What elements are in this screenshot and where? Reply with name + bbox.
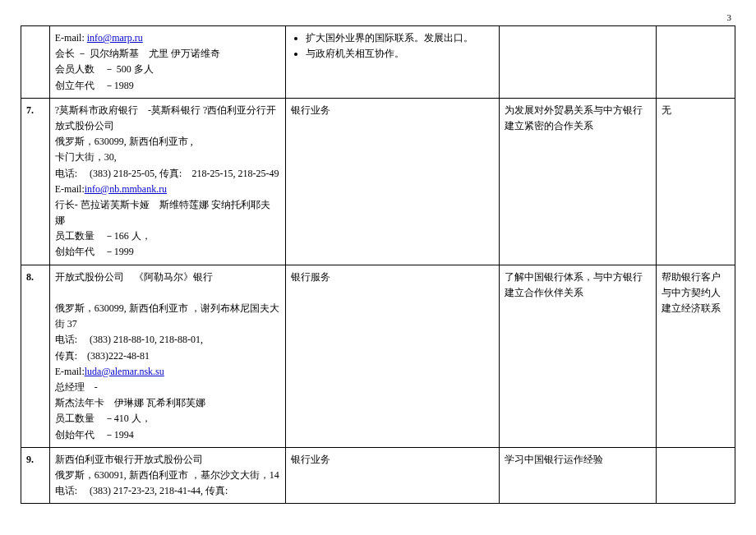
text: 电话: (383) 217-23-23, 218-41-44, 传真: [55, 485, 228, 496]
company-info: ?莫斯科市政府银行 -莫斯科银行 ?西伯利亚分行开放式股份公司 俄罗斯，6300… [49, 98, 285, 265]
text: 电话: (383) 218-25-05, 传真: 218-25-15, 218-… [55, 168, 279, 179]
row-number: 9. [21, 447, 50, 504]
text: 传真: (383)222-48-81 [55, 350, 150, 362]
company-info: 新西伯利亚市银行开放式股份公司 俄罗斯，630091, 新西伯利亚市 ，基尔沙文… [49, 447, 285, 504]
text: 电话: (383) 218-88-10, 218-88-01, [55, 334, 203, 345]
company-info: E-mail: info@marp.ru 会长 － 贝尔纳斯基 尤里 伊万诺维奇… [49, 26, 285, 99]
purpose: 为发展对外贸易关系与中方银行建立紧密的合作关系 [500, 98, 657, 265]
text: 会长 － 贝尔纳斯基 尤里 伊万诺维奇 [55, 48, 220, 59]
text: 卡门大街，30, [55, 151, 117, 163]
purpose: 了解中国银行体系，与中方银行建立合作伙伴关系 [500, 265, 657, 447]
purpose [500, 26, 657, 99]
row-number: 7. [21, 98, 50, 265]
notes [657, 447, 735, 504]
text: 会员人数 － 500 多人 [55, 63, 154, 75]
table-row: 7. ?莫斯科市政府银行 -莫斯科银行 ?西伯利亚分行开放式股份公司 俄罗斯，6… [21, 98, 735, 265]
row-number: 8. [21, 265, 50, 447]
notes [657, 26, 735, 99]
text: 员工数量 －166 人， [55, 230, 151, 242]
email-link[interactable]: info@nb.mmbank.ru [85, 183, 167, 195]
business-scope: 银行服务 [285, 265, 500, 447]
company-info: 开放式股份公司 《阿勒马尔》银行 俄罗斯，630099, 新西伯利亚市 ，谢列布… [49, 265, 285, 447]
text: E-mail: [55, 366, 85, 377]
bullet: 与政府机关相互协作。 [306, 46, 495, 62]
email-link[interactable]: luda@alemar.nsk.su [85, 366, 164, 377]
text: 行长- 芭拉诺芙斯卡娅 斯维特莲娜 安纳托利耶夫娜 [55, 199, 270, 226]
main-table: E-mail: info@marp.ru 会长 － 贝尔纳斯基 尤里 伊万诺维奇… [21, 25, 735, 504]
text: 俄罗斯，630099, 新西伯利亚市 ，谢列布林尼国夫大街 37 [55, 302, 279, 330]
text: 员工数量 －410 人， [55, 413, 151, 424]
text: 创始年代 －1999 [55, 246, 134, 257]
text: 创立年代 －1989 [55, 80, 134, 91]
text: 新西伯利亚市银行开放式股份公司 [55, 454, 203, 465]
row-number [21, 26, 50, 99]
text: ?莫斯科市政府银行 -莫斯科银行 ?西伯利亚分行开放式股份公司 [55, 104, 277, 131]
notes: 无 [657, 98, 735, 265]
text: 俄罗斯，630099, 新西伯利亚市 , [55, 136, 193, 147]
email-link[interactable]: info@marp.ru [87, 32, 143, 44]
text: 开放式股份公司 《阿勒马尔》银行 [55, 271, 213, 283]
text: E-mail: [55, 183, 85, 195]
purpose: 学习中国银行运作经验 [500, 447, 657, 504]
text: 斯杰法年卡 伊琳娜 瓦希利耶芙娜 [55, 397, 205, 408]
text: 创始年代 －1994 [55, 429, 134, 440]
page-number: 3 [21, 12, 735, 22]
notes: 帮助银行客户与中方契约人建立经济联系 [657, 265, 735, 447]
table-row: 9. 新西伯利亚市银行开放式股份公司 俄罗斯，630091, 新西伯利亚市 ，基… [21, 447, 735, 504]
business-scope: 银行业务 [285, 98, 500, 265]
business-scope: 扩大国外业界的国际联系。发展出口。 与政府机关相互协作。 [285, 26, 500, 99]
table-row: 8. 开放式股份公司 《阿勒马尔》银行 俄罗斯，630099, 新西伯利亚市 ，… [21, 265, 735, 447]
table-row: E-mail: info@marp.ru 会长 － 贝尔纳斯基 尤里 伊万诺维奇… [21, 26, 735, 99]
business-scope: 银行业务 [285, 447, 500, 504]
text: E-mail: [55, 32, 87, 44]
bullet: 扩大国外业界的国际联系。发展出口。 [306, 30, 495, 46]
text: 俄罗斯，630091, 新西伯利亚市 ，基尔沙文大街，14 [55, 469, 279, 481]
text: 总经理 - [55, 381, 98, 393]
